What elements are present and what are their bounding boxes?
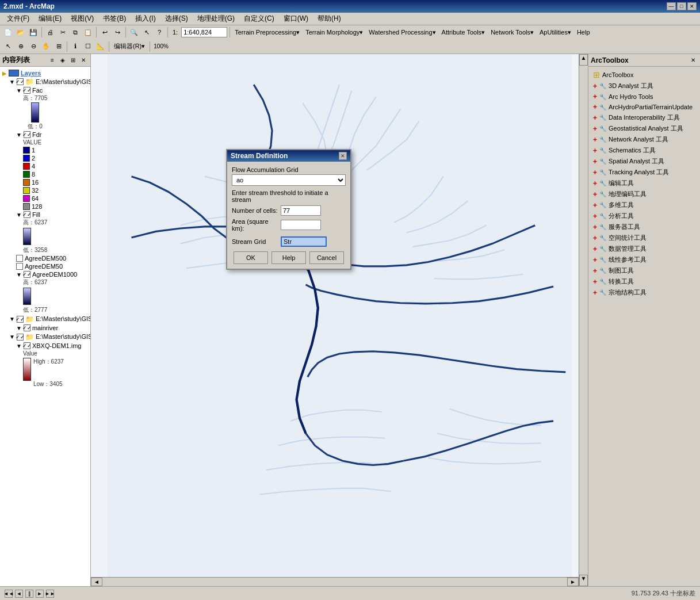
copy-btn[interactable]: ⧉: [70, 26, 81, 38]
toolbox-item-multidim[interactable]: + 🔧 多维工具: [591, 200, 698, 211]
toc-icon-2[interactable]: ◈: [58, 56, 67, 65]
fill-label[interactable]: Fill: [32, 211, 40, 218]
toolbox-item-partial[interactable]: + 🔧 ArcHydroPartialTerrainUpdate: [591, 102, 698, 112]
group2-row[interactable]: ▼ ✓ 📁 E:\Master\study\GIS\结: [9, 314, 88, 324]
menu-insert[interactable]: 插入(I): [131, 13, 160, 25]
full-extent-tool[interactable]: ⊞: [53, 41, 64, 52]
toolbox-item-carto[interactable]: + 🔧 制图工具: [591, 265, 698, 276]
menu-view[interactable]: 视图(V): [66, 13, 98, 25]
nav-next[interactable]: ►: [36, 590, 44, 598]
help-link[interactable]: Help: [575, 29, 592, 36]
terrain-morph-menu[interactable]: Terrain Morphology▾: [303, 29, 365, 36]
menu-geoprocessing[interactable]: 地理处理(G): [193, 13, 239, 25]
toolbox-item-edit[interactable]: + 🔧 编辑工具: [591, 178, 698, 189]
group3-check[interactable]: ✓: [17, 334, 24, 341]
pointer-btn[interactable]: ↖: [141, 26, 152, 38]
group1-label[interactable]: E:\Master\study\GIS\La: [36, 78, 90, 85]
hscroll-right[interactable]: ►: [567, 578, 579, 586]
cut-btn[interactable]: ✂: [57, 26, 68, 38]
toolbox-item-3d[interactable]: + 🔧 3D Analyst 工具: [591, 81, 698, 91]
toolbox-item-geocode[interactable]: + 🔧 地理编码工具: [591, 189, 698, 200]
toolbox-item-tracking[interactable]: + 🔧 Tracking Analyst 工具: [591, 167, 698, 178]
fac-row[interactable]: ▼ ✓ Fac: [16, 86, 88, 94]
mainriver-row[interactable]: ▼ ✓ mainriver: [16, 324, 88, 332]
xbxq-label[interactable]: XBXQ-DEM1.img: [32, 342, 82, 349]
select-tool[interactable]: ☐: [82, 41, 94, 52]
new-btn[interactable]: 📄: [2, 26, 14, 38]
fac-check[interactable]: ✓: [24, 87, 30, 94]
nav-first[interactable]: ◄◄: [5, 590, 13, 598]
open-btn[interactable]: 📂: [15, 26, 26, 38]
flow-acc-select[interactable]: ao: [232, 174, 346, 186]
map-hscrollbar[interactable]: ◄ ►: [91, 577, 579, 586]
measure-tool[interactable]: 📐: [95, 41, 106, 52]
group1-row[interactable]: ▼ ✓ 📁 E:\Master\study\GIS\La: [9, 77, 88, 86]
nav-pause[interactable]: ‖: [25, 590, 33, 598]
area-input[interactable]: [281, 220, 321, 230]
terrain-menu[interactable]: Terrain Preprocessing▾: [232, 29, 302, 36]
fill-check[interactable]: ✓: [24, 211, 30, 218]
agreedm50-row[interactable]: AgreeDEM50: [16, 262, 88, 270]
nav-last[interactable]: ►►: [46, 590, 54, 598]
toolbox-item-schematics[interactable]: + 🔧 Schematics 工具: [591, 145, 698, 156]
toolbox-item-server[interactable]: + 🔧 服务器工具: [591, 221, 698, 232]
minimize-btn[interactable]: —: [667, 2, 676, 10]
menu-select[interactable]: 选择(S): [160, 13, 193, 25]
layers-label[interactable]: Layers: [21, 70, 41, 77]
map-area[interactable]: Stream Definition ✕ Flow Accumulation Gr…: [91, 54, 588, 586]
menu-file[interactable]: 文件(F): [2, 13, 34, 25]
group2-check[interactable]: ✓: [17, 316, 24, 323]
right-panel-icon-1[interactable]: ✕: [688, 56, 698, 65]
zoom-in-btn[interactable]: 🔍: [128, 26, 140, 38]
menu-edit[interactable]: 编辑(E): [34, 13, 66, 25]
hscroll-left[interactable]: ◄: [91, 578, 102, 586]
zoom-out-tool[interactable]: ⊖: [28, 41, 39, 52]
ok-button[interactable]: OK: [234, 251, 268, 264]
toolbox-item-spatial[interactable]: + 🔧 Spatial Analyst 工具: [591, 156, 698, 167]
aputil-menu[interactable]: ApUtilities▾: [537, 29, 573, 36]
agreedm50-check[interactable]: [16, 263, 23, 270]
toc-icon-1[interactable]: ≡: [48, 56, 57, 65]
toc-icon-4[interactable]: ✕: [79, 56, 88, 65]
help-btn[interactable]: ?: [154, 26, 165, 38]
group3-row[interactable]: ▼ ✓ 📁 E:\Master\study\GIS\结: [9, 332, 88, 342]
help-button[interactable]: Help: [271, 251, 306, 264]
toc-icons[interactable]: ≡ ◈ ⊞ ✕: [48, 56, 88, 65]
mainriver-label[interactable]: mainriver: [32, 324, 58, 331]
layers-row[interactable]: ▶ Layers: [2, 69, 88, 77]
toc-icon-3[interactable]: ⊞: [68, 56, 78, 65]
paste-btn[interactable]: 📋: [82, 26, 94, 38]
watershed-menu[interactable]: Watershed Processing▾: [366, 29, 438, 36]
agreedm500-label[interactable]: AgreeDEM500: [25, 255, 66, 262]
window-controls[interactable]: — □ ✕: [667, 2, 697, 10]
xbxq-check[interactable]: ✓: [24, 342, 30, 349]
toolbox-item-spatial-stats[interactable]: + 🔧 空间统计工具: [591, 232, 698, 243]
attribute-menu[interactable]: Attribute Tools▾: [439, 29, 488, 36]
menu-help[interactable]: 帮助(H): [313, 13, 346, 25]
agreedm500-check[interactable]: [16, 255, 23, 262]
fac-label[interactable]: Fac: [32, 87, 43, 94]
toolbox-item-analysis[interactable]: + 🔧 分析工具: [591, 211, 698, 221]
toolbox-root[interactable]: ⊞ ArcToolbox: [591, 69, 698, 81]
stream-definition-dialog[interactable]: Stream Definition ✕ Flow Accumulation Gr…: [226, 149, 351, 270]
vscroll-down[interactable]: ▼: [579, 575, 588, 586]
close-btn[interactable]: ✕: [687, 2, 697, 10]
arrow-tool[interactable]: ↖: [2, 41, 14, 52]
map-vscrollbar[interactable]: ▲ ▼: [579, 54, 588, 586]
toolbox-item-convert[interactable]: + 🔧 转换工具: [591, 276, 698, 287]
toolbox-item-parcel[interactable]: + 🔧 宗地结构工具: [591, 287, 698, 298]
agreedm1000-row[interactable]: ▼ ✓ AgreeDEM1000: [16, 270, 88, 278]
vscroll-up[interactable]: ▲: [579, 54, 588, 66]
fdr-check[interactable]: ✓: [24, 131, 30, 138]
agreedm1000-check[interactable]: ✓: [24, 271, 30, 278]
agreedm1000-label[interactable]: AgreeDEM1000: [32, 271, 77, 278]
toolbox-item-linear[interactable]: + 🔧 线性参考工具: [591, 254, 698, 265]
toolbox-item-datamgmt[interactable]: + 🔧 数据管理工具: [591, 243, 698, 254]
menu-bookmarks[interactable]: 书签(B): [98, 13, 131, 25]
cancel-button[interactable]: Cancel: [309, 251, 344, 264]
toolbox-item-geo[interactable]: + 🔧 Geostatistical Analyst 工具: [591, 123, 698, 134]
fdr-label[interactable]: Fdr: [32, 131, 42, 138]
toolbox-item-hydro[interactable]: + 🔧 Arc Hydro Tools: [591, 91, 698, 102]
agreedm500-row[interactable]: AgreeDEM500: [16, 254, 88, 262]
dialog-close-btn[interactable]: ✕: [339, 152, 347, 160]
